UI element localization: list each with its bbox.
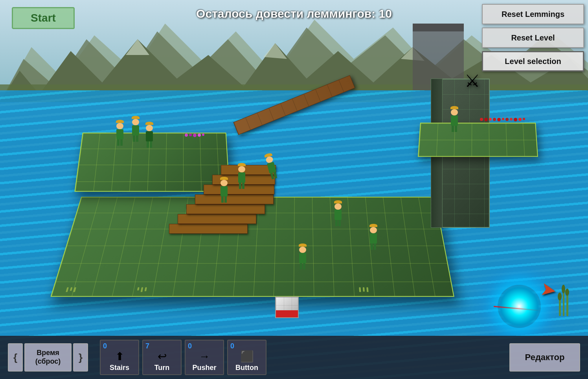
action-stairs-icon: ⬆ — [115, 350, 124, 363]
top-platform — [418, 123, 538, 157]
editor-button[interactable]: Редактор — [509, 343, 580, 372]
action-pusher-icon: → — [199, 350, 210, 363]
lemming-1 — [116, 120, 124, 146]
action-button-label: Button — [235, 364, 258, 372]
red-flowers — [480, 118, 527, 121]
action-button-button[interactable]: 0⬛Button — [227, 340, 266, 375]
crate — [275, 297, 299, 318]
lemming-3 — [145, 122, 153, 148]
lemming-10 — [299, 244, 307, 269]
time-control-group: { Время (сброс) } — [8, 343, 88, 372]
time-label-line2: (сброс) — [35, 357, 61, 366]
action-stairs-count: 0 — [103, 342, 107, 350]
lemming-4 — [220, 177, 228, 203]
svg-marker-3 — [126, 39, 149, 55]
time-reset-label: Время (сброс) — [24, 343, 72, 372]
start-button[interactable]: Start — [12, 7, 75, 29]
lemming-9 — [450, 106, 458, 132]
time-label-line1: Время — [37, 349, 59, 357]
level-selection-button[interactable]: Level selection — [482, 51, 584, 71]
portal — [498, 285, 541, 328]
action-turn-label: Turn — [154, 364, 170, 372]
action-button-count: 0 — [230, 342, 234, 350]
lemming-7 — [334, 200, 342, 226]
action-stairs-label: Stairs — [110, 364, 129, 372]
time-bracket-open[interactable]: { — [8, 343, 23, 372]
action-stairs-button[interactable]: 0⬆Stairs — [100, 340, 139, 375]
action-turn-count: 7 — [145, 342, 149, 350]
lemming-5 — [238, 163, 246, 189]
top-right-controls: Reset Lemmings Reset Level Level selecti… — [482, 4, 584, 71]
reset-lemmings-button[interactable]: Reset Lemmings — [482, 4, 584, 24]
action-buttons-group: 0⬆Stairs7↩Turn0→Pusher0⬛Button — [100, 340, 266, 375]
action-pusher-count: 0 — [188, 342, 192, 350]
lemming-8 — [369, 224, 377, 250]
action-pusher-label: Pusher — [192, 364, 216, 372]
time-bracket-close[interactable]: } — [73, 343, 88, 372]
bottom-toolbar: { Время (сброс) } 0⬆Stairs7↩Turn0→Pusher… — [0, 336, 588, 379]
right-plants — [559, 285, 568, 316]
action-button-icon: ⬛ — [240, 350, 254, 363]
reset-level-button[interactable]: Reset Level — [482, 27, 584, 48]
action-pusher-button[interactable]: 0→Pusher — [185, 340, 224, 375]
helmet-decoration: ⚔ — [460, 69, 484, 92]
svg-marker-8 — [413, 24, 464, 31]
purple-flowers — [185, 134, 216, 137]
action-turn-button[interactable]: 7↩Turn — [142, 340, 182, 375]
lemming-2 — [132, 116, 140, 142]
svg-marker-4 — [263, 43, 287, 59]
action-turn-icon: ↩ — [158, 350, 167, 363]
